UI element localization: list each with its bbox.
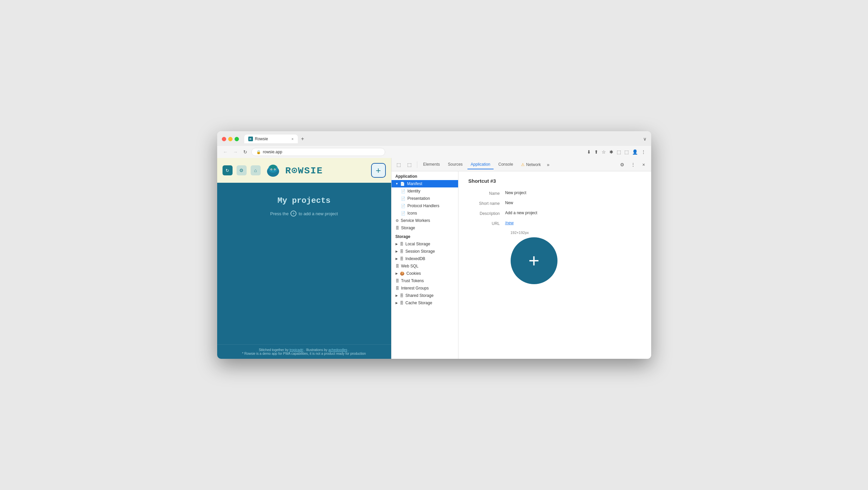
inline-plus-icon: + (290, 211, 297, 217)
shared-storage-icon: 🗄 (400, 294, 404, 298)
traffic-lights (222, 137, 239, 141)
traffic-light-green[interactable] (235, 137, 239, 141)
tab-application[interactable]: Application (467, 160, 494, 170)
devtools-cursor-btn[interactable]: ⬚ (394, 160, 404, 170)
add-project-button[interactable]: + (371, 163, 386, 178)
interest-groups-label: Interest Groups (401, 286, 429, 290)
tab-close-btn[interactable]: × (291, 137, 293, 141)
footer-disclaimer: * Rowsie is a demo app for PWA capabilit… (224, 352, 384, 356)
indexeddb-expand: ▶ (396, 257, 398, 261)
indexeddb-label: IndexedDB (406, 256, 425, 261)
website-header: ↻ ⚙ ⌂ R⊙WSIE + (217, 158, 391, 183)
tab-console[interactable]: Console (495, 160, 516, 170)
sidebar-item-session-storage[interactable]: ▶ 🗄 Session Storage (392, 248, 458, 255)
devtools-body: Application ▼ 📄 Manifest 📄 Identity 📄 Pr… (392, 172, 651, 359)
site-refresh-icon[interactable]: ↻ (222, 165, 232, 175)
sidebar-item-web-sql[interactable]: 🗄 Web SQL (392, 263, 458, 270)
local-storage-label: Local Storage (406, 242, 430, 246)
detail-row-shortname: Short name New (468, 201, 641, 206)
icons-file-icon: 📄 (401, 211, 406, 216)
site-settings-icon[interactable]: ⚙ (237, 165, 247, 175)
pwa-install-icon[interactable]: ⬚ (616, 149, 622, 155)
detail-value-shortname: New (505, 201, 513, 205)
website-body: My projects Press the + to add a new pro… (217, 183, 391, 344)
session-storage-icon: 🗄 (400, 249, 404, 253)
split-view-icon[interactable]: ⬚ (624, 149, 629, 155)
tab-sources[interactable]: Sources (445, 160, 466, 170)
web-sql-icon: 🗄 (396, 264, 399, 268)
detail-row-url: URL /new (468, 220, 641, 226)
protocol-label: Protocol Handlers (408, 204, 439, 208)
sidebar-item-identity[interactable]: 📄 Identity (392, 187, 458, 195)
devtools-menu-btn[interactable]: ⋮ (628, 160, 638, 170)
footer-link-achedoodles[interactable]: achedoodles (328, 348, 347, 352)
tab-elements[interactable]: Elements (420, 160, 443, 170)
share-icon[interactable]: ⬆ (594, 149, 599, 155)
sidebar-item-service-workers[interactable]: ⚙ Service Workers (392, 217, 458, 224)
website-area: ↻ ⚙ ⌂ R⊙WSIE + (217, 158, 391, 359)
sidebar-item-manifest[interactable]: ▼ 📄 Manifest (392, 180, 458, 187)
footer-link-tropicadri[interactable]: tropicadri (289, 348, 303, 352)
site-logo-text: R⊙WSIE (285, 165, 323, 176)
detail-label-shortname: Short name (468, 201, 505, 206)
icons-label: Icons (408, 211, 417, 216)
identity-label: Identity (408, 189, 421, 193)
browser-tab-active[interactable]: R Rowsie × (244, 134, 298, 143)
cache-storage-label: Cache Storage (406, 301, 432, 305)
detail-value-description: Add a new project (505, 211, 537, 215)
sidebar-item-shared-storage[interactable]: ▶ 🗄 Shared Storage (392, 292, 458, 299)
forward-button[interactable]: → (232, 149, 239, 155)
devtools-more-tabs[interactable]: » (546, 161, 551, 169)
cookies-icon: 🍪 (400, 271, 405, 276)
sidebar-item-cookies[interactable]: ▶ 🍪 Cookies (392, 270, 458, 277)
sidebar-item-icons[interactable]: 📄 Icons (392, 210, 458, 217)
shortcut-title: Shortcut #3 (468, 178, 641, 184)
tab-overflow-btn[interactable]: ∨ (643, 136, 647, 142)
sidebar-item-local-storage[interactable]: ▶ 🗄 Local Storage (392, 240, 458, 248)
tab-favicon: R (248, 136, 253, 141)
tab-network[interactable]: ⚠ Network (518, 160, 544, 169)
detail-value-name: New project (505, 190, 526, 195)
footer-text1: Stitched together by (259, 348, 289, 352)
cookies-expand: ▶ (396, 272, 398, 275)
traffic-light-yellow[interactable] (228, 137, 232, 141)
sidebar-item-cache-storage[interactable]: ▶ 🗄 Cache Storage (392, 299, 458, 307)
tab-bar: R Rowsie × + (244, 134, 641, 143)
devtools-close-btn[interactable]: × (639, 160, 649, 170)
menu-icon[interactable]: ⋮ (641, 149, 647, 155)
browser-window: R Rowsie × + ∨ ← → ↻ 🔒 rowsie.app ⬇ ⬆ ☆ … (217, 131, 651, 359)
presentation-file-icon: 📄 (401, 196, 406, 201)
icon-preview-circle: + (510, 237, 557, 284)
profile-icon[interactable]: 👤 (631, 149, 639, 155)
add-instruction: Press the + to add a new project (270, 211, 338, 217)
instruction-text2: to add a new project (299, 211, 338, 216)
sidebar-item-presentation[interactable]: 📄 Presentation (392, 195, 458, 202)
detail-value-url[interactable]: /new (505, 220, 514, 225)
footer-text2: . Illustrations by (304, 348, 328, 352)
back-button[interactable]: ← (222, 149, 229, 155)
devtools-split-btn[interactable]: ⬚ (405, 160, 414, 170)
devtools-sidebar: Application ▼ 📄 Manifest 📄 Identity 📄 Pr… (392, 172, 458, 359)
traffic-light-red[interactable] (222, 137, 226, 141)
devtools-settings-btn[interactable]: ⚙ (618, 160, 627, 170)
application-section-label: Application (392, 172, 458, 180)
sidebar-item-storage-main[interactable]: 🗄 Storage (392, 224, 458, 232)
new-tab-button[interactable]: + (299, 135, 306, 143)
sidebar-item-protocol-handlers[interactable]: 📄 Protocol Handlers (392, 202, 458, 210)
title-bar: R Rowsie × + ∨ (217, 131, 651, 146)
devtools-detail-pane: Shortcut #3 Name New project Short name … (458, 172, 651, 359)
site-home-icon[interactable]: ⌂ (251, 165, 261, 175)
detail-row-description: Description Add a new project (468, 211, 641, 216)
session-storage-label: Session Storage (406, 249, 435, 254)
download-icon[interactable]: ⬇ (586, 149, 592, 155)
reload-button[interactable]: ↻ (242, 149, 249, 155)
address-input[interactable]: 🔒 rowsie.app (251, 148, 385, 156)
extensions-icon[interactable]: ✱ (609, 149, 614, 155)
sidebar-item-interest-groups[interactable]: 🗄 Interest Groups (392, 284, 458, 292)
sidebar-item-trust-tokens[interactable]: 🗄 Trust Tokens (392, 277, 458, 284)
devtools-panel: ⬚ ⬚ Elements Sources Application Console… (391, 158, 651, 359)
bookmark-icon[interactable]: ☆ (601, 149, 607, 155)
toolbar-separator (417, 161, 417, 168)
manifest-expand-icon: ▼ (396, 182, 399, 185)
sidebar-item-indexeddb[interactable]: ▶ 🗄 IndexedDB (392, 255, 458, 263)
